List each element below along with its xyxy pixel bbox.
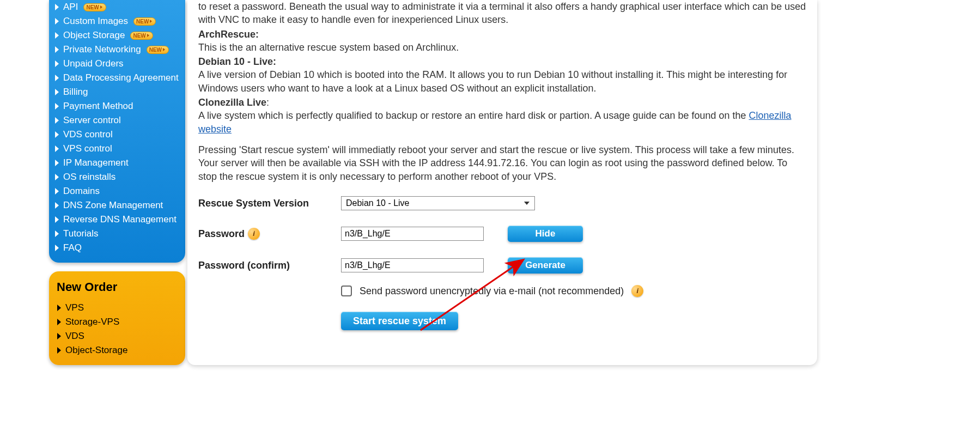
sidebar-item[interactable]: Private NetworkingNEW — [49, 42, 185, 57]
sidebar-item[interactable]: Tutorials — [49, 227, 185, 241]
new-badge: NEW — [130, 32, 153, 40]
sidebar-item-label: Private Networking — [63, 44, 141, 55]
new-order-item-label: Storage-VPS — [65, 317, 119, 327]
sidebar-item[interactable]: APINEW — [49, 0, 185, 14]
sidebar-item[interactable]: Server control — [49, 113, 185, 127]
rescue-version-select[interactable]: Debian 10 - Live — [341, 196, 535, 210]
ssh-press: Pressing 'Start rescue system' will imme… — [198, 143, 806, 183]
sidebar-item-label: OS reinstalls — [63, 172, 115, 183]
sidebar-item-label: Tutorials — [63, 228, 99, 239]
send-email-checkbox[interactable] — [341, 286, 352, 296]
info-icon[interactable]: i — [248, 228, 260, 240]
info-icon[interactable]: i — [631, 285, 643, 297]
sidebar-item[interactable]: Unpaid Orders — [49, 57, 185, 71]
deb10-head: Debian 10 - Live: — [198, 56, 276, 67]
sidebar-item-label: Data Processing Agreement — [63, 72, 179, 83]
password-input[interactable] — [341, 227, 484, 241]
sidebar-item-label: VDS control — [63, 129, 113, 140]
clonezilla-head: Clonezilla Live — [198, 97, 266, 108]
new-order-item-label: VDS — [65, 331, 84, 342]
password-confirm-label: Password (confirm) — [198, 259, 341, 272]
sidebar-item-label: Object Storage — [63, 30, 125, 41]
sidebar-item[interactable]: FAQ — [49, 241, 185, 255]
sidebar-item-label: Payment Method — [63, 101, 133, 112]
sidebar-item[interactable]: Reverse DNS Management — [49, 212, 185, 227]
deb10-body: A live version of Debian 10 which is boo… — [198, 69, 787, 93]
sidebar-item-label: Custom Images — [63, 16, 128, 27]
sidebar-item-label: FAQ — [63, 242, 82, 253]
sidebar-item[interactable]: Domains — [49, 184, 185, 198]
sidebar-main: APINEWCustom ImagesNEWObject StorageNEWP… — [49, 0, 185, 263]
sidebar-item[interactable]: Payment Method — [49, 99, 185, 113]
new-badge: NEW — [83, 3, 106, 11]
sidebar-item-label: Server control — [63, 115, 121, 126]
arch-body: This is the an alternative rescue system… — [198, 42, 459, 53]
clonezilla-body: A live system which is perfectly qualifi… — [198, 110, 749, 121]
new-order-item-label: VPS — [65, 302, 84, 313]
sidebar-item-label: Billing — [63, 87, 88, 98]
new-order-title: New Order — [51, 278, 183, 301]
generate-button[interactable]: Generate — [508, 257, 583, 274]
new-badge: NEW — [147, 46, 169, 54]
send-email-label: Send password unencryptedly via e-mail (… — [360, 284, 624, 298]
arch-head: ArchRescue: — [198, 29, 259, 40]
sidebar-item[interactable]: Custom ImagesNEW — [49, 14, 185, 28]
sidebar-item[interactable]: IP Management — [49, 156, 185, 170]
sidebar-item-label: Domains — [63, 186, 100, 197]
sidebar-item[interactable]: VDS control — [49, 127, 185, 142]
sidebar-item-label: DNS Zone Management — [63, 200, 163, 211]
new-order-item[interactable]: VPS — [51, 301, 183, 315]
new-order-item[interactable]: VDS — [51, 329, 183, 343]
sidebar-item[interactable]: Billing — [49, 85, 185, 99]
new-order-item[interactable]: Storage-VPS — [51, 315, 183, 329]
sidebar-new-order: New Order VPSStorage-VPSVDSObject-Storag… — [49, 271, 185, 365]
description-text: to reset a password. Beneath the usual w… — [198, 0, 806, 183]
sidebar-item[interactable]: OS reinstalls — [49, 170, 185, 184]
intro-cut: to reset a password. Beneath the usual w… — [198, 0, 806, 27]
start-rescue-button[interactable]: Start rescue system — [341, 312, 458, 330]
sidebar-item-label: IP Management — [63, 157, 129, 168]
main-panel: to reset a password. Beneath the usual w… — [187, 0, 817, 365]
sidebar-item[interactable]: DNS Zone Management — [49, 198, 185, 212]
sidebar-item-label: VPS control — [63, 143, 112, 154]
password-confirm-input[interactable] — [341, 258, 484, 272]
sidebar-item[interactable]: Object StorageNEW — [49, 28, 185, 42]
new-order-item-label: Object-Storage — [65, 345, 127, 356]
hide-button[interactable]: Hide — [508, 226, 583, 242]
rescue-version-label: Rescue System Version — [198, 197, 341, 210]
password-label: Password — [198, 227, 245, 240]
sidebar-item-label: Reverse DNS Management — [63, 214, 176, 225]
new-badge: NEW — [133, 17, 156, 26]
new-order-item[interactable]: Object-Storage — [51, 343, 183, 357]
sidebar-item-label: Unpaid Orders — [63, 58, 124, 69]
sidebar-item[interactable]: VPS control — [49, 142, 185, 156]
sidebar-item[interactable]: Data Processing Agreement — [49, 71, 185, 85]
sidebar-item-label: API — [63, 2, 78, 13]
